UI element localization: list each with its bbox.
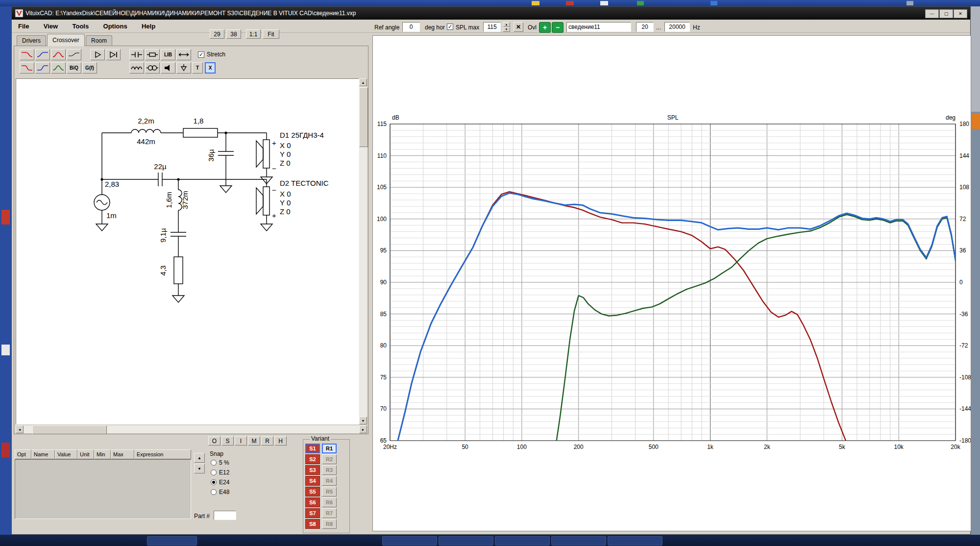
part-number-input[interactable] <box>214 511 236 520</box>
scroll-right-button[interactable]: ► <box>359 425 367 433</box>
variant-r8-button[interactable]: R8 <box>322 519 337 529</box>
variant-r4-button[interactable]: R4 <box>322 476 337 486</box>
tab-drivers[interactable]: Drivers <box>17 35 46 46</box>
biquad-button[interactable]: BiQ <box>67 62 81 74</box>
overlay-add-button[interactable]: + <box>539 22 551 33</box>
ref-angle-input[interactable] <box>402 22 420 32</box>
variant-r5-button[interactable]: R5 <box>322 487 337 496</box>
col-header-max[interactable]: Max <box>111 449 134 459</box>
highpass-filter-button[interactable] <box>35 49 50 60</box>
schematic-canvas[interactable]: 2,2m 442m 1,8 36µ <box>16 78 359 424</box>
scroll-left-button[interactable]: ◄ <box>16 425 24 433</box>
capacitor-c3[interactable]: 9,1µ <box>159 228 186 243</box>
gf-button[interactable]: G(f) <box>82 62 97 74</box>
optimizer-s-button[interactable]: S <box>221 436 234 446</box>
shelf-filter-button[interactable] <box>67 49 81 60</box>
snap-e12-radio[interactable] <box>211 470 217 475</box>
peak-filter-button[interactable] <box>51 49 66 60</box>
close-button[interactable]: ✕ <box>954 9 967 18</box>
menu-help[interactable]: Help <box>135 20 162 32</box>
menu-tools[interactable]: Tools <box>66 20 95 32</box>
run-button[interactable] <box>90 49 105 60</box>
minimize-button[interactable]: — <box>925 9 939 18</box>
grid-size-y[interactable]: 38 <box>226 29 241 39</box>
variant-s1-button[interactable]: S1 <box>305 444 320 453</box>
spl-max-input[interactable] <box>483 22 501 32</box>
tab-room[interactable]: Room <box>86 35 112 46</box>
row-up-button[interactable]: ▲ <box>194 453 205 463</box>
driver-d2[interactable]: − + D2 TECTONIC X 0 Y 0 Z 0 <box>256 179 329 231</box>
schematic-vscroll[interactable]: ▲ ▼ <box>359 78 367 424</box>
schematic-hscroll[interactable]: ◄ ► <box>16 425 367 433</box>
maximize-button[interactable]: ▢ <box>939 9 953 18</box>
inductor-l2[interactable]: 1,6m 372m <box>165 190 189 210</box>
x-button[interactable]: X <box>205 62 216 74</box>
clear-overlays-button[interactable]: ✕ <box>514 22 523 32</box>
taskbar-item[interactable] <box>439 536 493 546</box>
col-header-min[interactable]: Min <box>94 449 111 459</box>
t-button[interactable]: T <box>192 62 203 74</box>
scroll-down-button[interactable]: ▼ <box>359 417 367 424</box>
driver-tool-button[interactable] <box>161 62 175 74</box>
stretch-checkbox[interactable]: ✓ <box>198 51 204 58</box>
taskbar-item[interactable] <box>551 536 606 546</box>
resistor-r2[interactable]: 4,3 <box>159 257 184 302</box>
optimizer-h-button[interactable]: H <box>274 436 287 446</box>
stretch-option[interactable]: ✓ Stretch <box>198 51 225 58</box>
variant-s7-button[interactable]: S7 <box>305 508 320 518</box>
capacitor-c2[interactable]: 22µ <box>154 162 167 186</box>
optimizer-m-button[interactable]: M <box>248 436 260 446</box>
spl-max-spin-up[interactable]: ▲ <box>503 22 510 27</box>
snap-e48-radio[interactable] <box>211 489 217 495</box>
optimizer-r-button[interactable]: R <box>261 436 273 446</box>
lowpass-filter-button[interactable] <box>20 49 34 60</box>
signal-source[interactable]: 2,83 1m <box>94 180 119 231</box>
spl-max-spin-down[interactable]: ▼ <box>503 27 510 32</box>
col-header-expression[interactable]: Expression <box>134 449 191 459</box>
variant-r3-button[interactable]: R3 <box>322 465 337 475</box>
taskbar-item[interactable] <box>382 536 437 546</box>
overlay-name-input[interactable] <box>566 22 631 32</box>
bandpass-filter-button[interactable] <box>51 62 66 74</box>
wire-tool-button[interactable] <box>176 49 191 60</box>
col-header-unit[interactable]: Unit <box>77 449 94 459</box>
variant-s5-button[interactable]: S5 <box>305 487 320 496</box>
variant-r7-button[interactable]: R7 <box>322 508 337 518</box>
col-header-opt[interactable]: Opt <box>15 449 31 459</box>
taskbar-item[interactable] <box>147 536 197 546</box>
optimizer-o-button[interactable]: O <box>208 436 220 446</box>
menu-view[interactable]: View <box>37 20 64 32</box>
variant-s2-button[interactable]: S2 <box>305 454 320 464</box>
snap-5pct-radio[interactable] <box>211 460 217 466</box>
row-down-button[interactable]: ▼ <box>194 464 205 473</box>
spl-max-checkbox[interactable]: ✓ <box>447 24 453 30</box>
inductor-tool-button[interactable] <box>129 62 144 74</box>
menu-file[interactable]: File <box>12 20 35 32</box>
hscroll-thumb[interactable] <box>32 425 107 434</box>
spl-graph-panel[interactable]: 1151101051009590858075706518014410872360… <box>372 35 971 531</box>
inductor-l1[interactable]: 2,2m 442m <box>131 117 161 146</box>
taskbar-item[interactable] <box>495 536 550 546</box>
zoom-fit-button[interactable]: Fit <box>263 29 279 39</box>
highpass2-filter-button[interactable] <box>35 62 50 74</box>
variant-r2-button[interactable]: R2 <box>322 454 337 464</box>
variant-s6-button[interactable]: S6 <box>305 497 320 507</box>
transformer-tool-button[interactable] <box>145 62 160 74</box>
table-body[interactable] <box>15 459 191 519</box>
optimizer-i-button[interactable]: I <box>235 436 247 446</box>
menu-options[interactable]: Options <box>97 20 134 32</box>
snap-e24-radio[interactable] <box>211 479 217 485</box>
tab-crossover[interactable]: Crossover <box>47 34 85 46</box>
taskbar-item[interactable] <box>608 536 662 546</box>
freq-max-input[interactable] <box>664 22 690 32</box>
variant-r1-button[interactable]: R1 <box>322 444 337 453</box>
scroll-up-button[interactable]: ▲ <box>359 78 367 86</box>
variant-s8-button[interactable]: S8 <box>305 519 320 529</box>
capacitor-c1[interactable]: 36µ <box>207 149 234 193</box>
vscroll-thumb[interactable] <box>359 87 368 147</box>
resistor-r1[interactable]: 1,8 <box>183 117 218 137</box>
library-button[interactable]: LIB <box>161 49 175 60</box>
lowpass2-filter-button[interactable] <box>20 62 34 74</box>
resistor-tool-button[interactable] <box>145 49 160 60</box>
col-header-name[interactable]: Name <box>31 449 55 459</box>
